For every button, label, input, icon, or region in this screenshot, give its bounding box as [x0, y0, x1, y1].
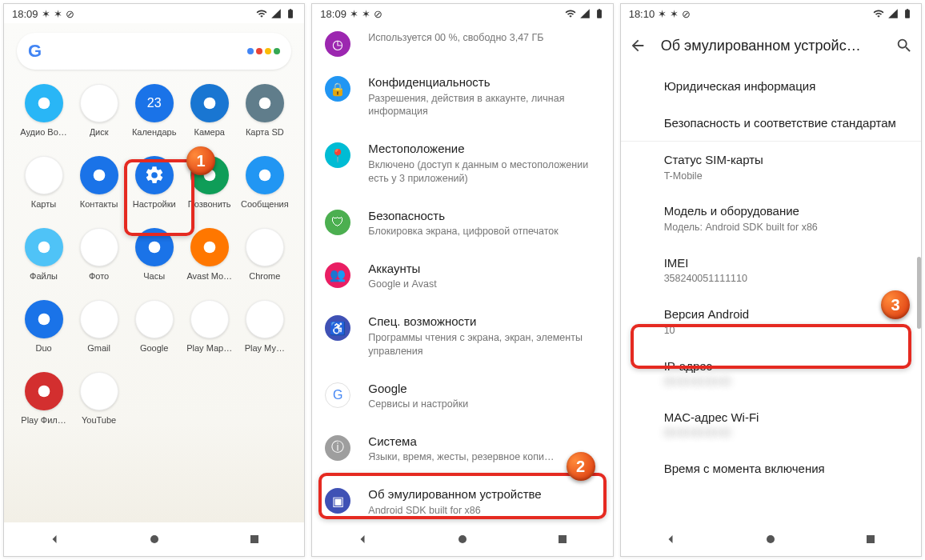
setting-row[interactable]: ♿Спец. возможностиПрограммы чтения с экр…: [312, 302, 612, 369]
app-photos[interactable]: Фото: [72, 228, 126, 281]
app-label: Play Му…: [245, 343, 285, 353]
app-avast[interactable]: Avast Mo…: [182, 228, 236, 281]
app-play[interactable]: Play Мар…: [182, 300, 236, 353]
about-row[interactable]: Юридическая информация: [621, 68, 921, 105]
app-label: Аудио Во…: [20, 127, 67, 137]
about-sub: 358240051111110: [664, 272, 907, 286]
setting-row[interactable]: 🔒КонфиденциальностьРазрешения, действия …: [312, 63, 612, 130]
setting-row[interactable]: 📍МестоположениеВключено (доступ к данным…: [312, 130, 612, 196]
nav-home-icon[interactable]: [146, 531, 162, 547]
app-chrome[interactable]: Chrome: [238, 228, 291, 281]
status-time: 18:09: [320, 8, 346, 20]
app-playm[interactable]: Play Му…: [238, 300, 291, 353]
status-notif-icon: ⊘: [374, 8, 382, 20]
svg-point-3: [258, 98, 270, 110]
nav-recent-icon[interactable]: [863, 531, 879, 547]
about-sub: Модель: Android SDK built for x86: [664, 221, 907, 234]
about-scroll[interactable]: Юридическая информацияБезопасность и соо…: [621, 68, 921, 522]
svg-point-7: [258, 170, 270, 182]
app-label: Диск: [90, 127, 109, 137]
setting-title: Местоположение: [368, 141, 598, 157]
setting-row-storage-partial[interactable]: ◷ Используется 00 %, свободно 3,47 ГБ: [312, 26, 612, 63]
setting-title: Безопасность: [368, 208, 598, 224]
app-contacts[interactable]: Контакты: [72, 156, 126, 209]
app-files[interactable]: Файлы: [17, 228, 70, 281]
camera-icon: [190, 84, 229, 122]
about-row[interactable]: Статус SIM-картыT-Mobile: [621, 142, 921, 193]
audio-icon: [25, 84, 63, 122]
setting-sub: Блокировка экрана, цифровой отпечаток: [368, 225, 598, 238]
nav-home-icon[interactable]: [763, 531, 779, 547]
app-duo[interactable]: Duo: [17, 300, 70, 353]
app-google[interactable]: Google: [127, 300, 181, 353]
battery-icon: [594, 8, 605, 19]
setting-row[interactable]: GGoogleСервисы и настройки: [312, 370, 612, 422]
about-row[interactable]: Версия Android10: [621, 296, 921, 347]
battery-icon: [902, 8, 913, 19]
setting-sub: Разрешения, действия в аккаунте, личная …: [368, 92, 598, 119]
setting-title: Система: [368, 434, 598, 450]
scrollbar-thumb[interactable]: [917, 257, 921, 329]
app-label: Duo: [35, 343, 51, 353]
status-notif-icon: ✶: [350, 8, 358, 20]
about-row[interactable]: Время с момента включения: [621, 450, 921, 487]
nav-back-icon[interactable]: [46, 531, 62, 547]
app-cal[interactable]: 23Календарь: [127, 84, 181, 137]
app-gmail[interactable]: Gmail: [72, 300, 126, 353]
search-bar[interactable]: G: [17, 33, 291, 70]
app-audio[interactable]: Аудио Во…: [17, 84, 70, 137]
status-notif-icon: ✶: [362, 8, 370, 20]
svg-point-10: [148, 242, 160, 254]
about-row[interactable]: IP-адрес00:00:00:00:00: [621, 348, 921, 399]
about-row[interactable]: IMEI358240051111110: [621, 245, 921, 296]
app-label: Карты: [31, 199, 56, 209]
playm-icon: [246, 300, 284, 338]
setting-row[interactable]: 👥АккаунтыGoogle и Avast: [312, 250, 612, 302]
search-icon[interactable]: [895, 37, 913, 54]
svg-point-22: [458, 535, 467, 543]
setting-row[interactable]: ▣Об эмулированном устройствеAndroid SDK …: [312, 475, 612, 522]
settings-scroll[interactable]: ◷ Используется 00 %, свободно 3,47 ГБ 🔒К…: [312, 23, 612, 522]
back-arrow-icon[interactable]: [629, 37, 647, 54]
svg-point-14: [93, 314, 105, 326]
phone-app-drawer: 18:09 ✶ ✶ ⊘ G Аудио Во…Диск23КалендарьКа…: [3, 3, 305, 557]
wifi-icon: [256, 8, 267, 19]
app-settings[interactable]: Настройки: [127, 156, 181, 209]
setting-row[interactable]: 🛡БезопасностьБлокировка экрана, цифровой…: [312, 197, 612, 250]
setting-sub: Языки, время, жесты, резервное копи…: [368, 450, 598, 464]
svg-point-4: [38, 170, 50, 182]
app-sd[interactable]: Карта SD: [238, 84, 291, 137]
about-title: Время с момента включения: [664, 461, 907, 477]
about-row[interactable]: Безопасность и соответствие стандартам: [621, 105, 921, 142]
svg-point-5: [93, 170, 105, 182]
assistant-icon[interactable]: [247, 48, 280, 54]
app-drawer[interactable]: G Аудио Во…Диск23КалендарьКамераКарта SD…: [4, 23, 304, 522]
app-label: Play Мар…: [186, 343, 232, 353]
setting-icon: ▣: [325, 488, 350, 514]
app-clock[interactable]: Часы: [127, 228, 181, 281]
setting-icon: ♿: [325, 315, 350, 341]
about-title: Модель и оборудование: [664, 203, 907, 219]
app-camera[interactable]: Камера: [182, 84, 236, 137]
svg-point-18: [38, 386, 50, 398]
nav-back-icon[interactable]: [663, 531, 679, 547]
app-playf[interactable]: Play Фил…: [17, 372, 70, 425]
status-right: [256, 8, 296, 19]
status-bar: 18:09 ✶✶⊘: [312, 4, 612, 23]
app-sms[interactable]: Сообщения: [238, 156, 291, 209]
nav-recent-icon[interactable]: [555, 531, 571, 547]
app-maps[interactable]: Карты: [17, 156, 70, 209]
app-drive[interactable]: Диск: [72, 84, 126, 137]
status-right: [873, 8, 913, 19]
contacts-icon: [80, 156, 118, 194]
nav-home-icon[interactable]: [454, 531, 471, 547]
nav-recent-icon[interactable]: [246, 531, 262, 547]
google-logo-icon: G: [28, 41, 42, 62]
svg-point-16: [203, 314, 215, 326]
nav-back-icon[interactable]: [354, 531, 370, 547]
status-notif-icon: ✶: [670, 8, 679, 20]
about-title: Юридическая информация: [664, 78, 907, 94]
about-row[interactable]: MAC-адрес Wi-Fi00:00:00:00:00: [621, 399, 921, 450]
app-yt[interactable]: YouTube: [72, 372, 126, 425]
about-row[interactable]: Модель и оборудованиеМодель: Android SDK…: [621, 193, 921, 244]
